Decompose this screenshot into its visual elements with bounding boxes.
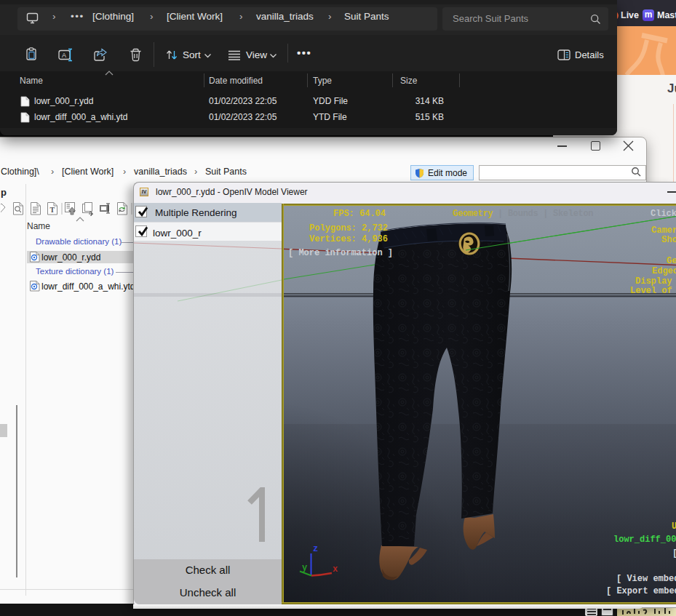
svg-text:z: z [313,544,318,554]
svg-text:T: T [50,206,55,214]
svg-text:x: x [333,564,338,575]
svg-text:A: A [62,52,66,59]
svg-text:y: y [302,563,307,573]
